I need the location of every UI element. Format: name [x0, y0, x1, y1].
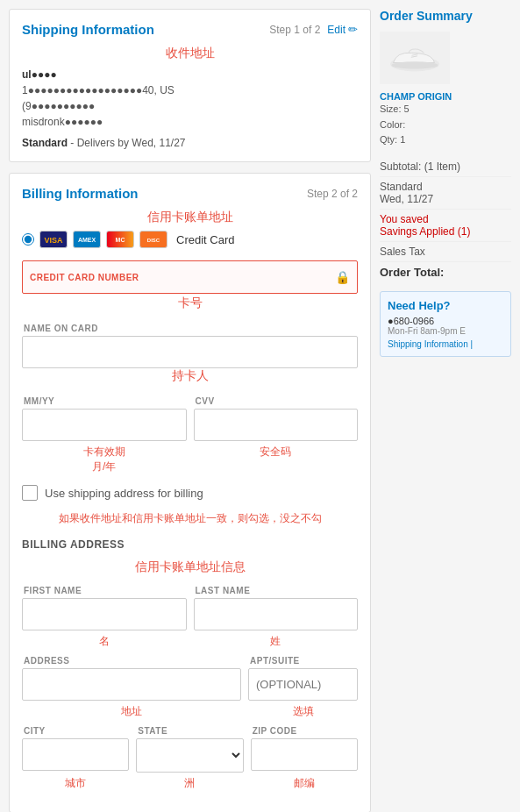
visa-icon: VISA: [39, 231, 68, 248]
address-label: ADDRESS: [22, 656, 241, 666]
apt-label: APT/SUITE: [248, 656, 358, 666]
address-input[interactable]: [22, 668, 241, 701]
savings-applied: Savings Applied (1): [380, 225, 470, 238]
help-phone: ●680-0966: [388, 316, 503, 326]
subtotal-line: Subtotal: (1 Item): [380, 157, 511, 177]
cvv-label: CVV: [194, 396, 359, 406]
last-name-input[interactable]: [194, 598, 359, 630]
payment-methods-row: VISA AMEX MC DISC Credit Card: [22, 231, 358, 248]
first-name-label: FIRST NAME: [22, 586, 187, 595]
tax-line: Sales Tax: [380, 242, 511, 262]
shipping-address: ul●●●● 1●●●●●●●●●●●●●●●●●●40, US (9●●●●●…: [22, 67, 358, 130]
state-select[interactable]: [136, 738, 243, 773]
help-hours: Mon-Fri 8am-9pm E: [388, 326, 503, 336]
zip-label: ZIP CODE: [251, 726, 358, 736]
help-links[interactable]: Shipping Information |: [388, 339, 503, 349]
discover-icon: DISC: [139, 231, 167, 248]
product-name: CHAMP ORIGIN: [380, 91, 511, 102]
expiry-label: MM/YY: [22, 396, 187, 406]
shipping-method: Standard - Delivers by Wed, 11/27: [22, 137, 358, 149]
last-name-annotation: 姓: [270, 635, 281, 647]
apt-input[interactable]: [248, 668, 358, 701]
subtotal-label: Subtotal: (1 Item): [380, 160, 460, 173]
billing-title: Billing Information: [22, 186, 139, 201]
shipping-section: Shipping Information Step 1 of 2 Edit ✏ …: [9, 9, 371, 162]
last-name-label: LAST NAME: [194, 586, 359, 595]
amex-icon: AMEX: [73, 231, 101, 248]
last-name-field: LAST NAME: [194, 586, 359, 630]
billing-addr-annotation: 信用卡账单地址信息: [135, 559, 246, 575]
first-name-input[interactable]: [22, 598, 187, 630]
edit-shipping-link[interactable]: Edit ✏: [327, 23, 358, 36]
shipping-info-link: Shipping Information |: [388, 339, 473, 349]
product-size: Size: 5: [380, 102, 511, 118]
shipping-title: Shipping Information: [22, 22, 154, 37]
mastercard-icon: MC: [106, 231, 134, 248]
billing-addr-title: BILLING ADDRESS: [22, 538, 358, 551]
shipping-line3: misdronk●●●●●●: [22, 114, 358, 130]
date-label: Wed, 11/27: [380, 193, 433, 205]
address-field: ADDRESS: [22, 656, 241, 701]
standard-line: Standard Wed, 11/27: [380, 177, 511, 210]
expiry-input[interactable]: [22, 409, 187, 441]
total-label: Order Total:: [380, 266, 444, 279]
state-field: STATE: [136, 726, 243, 773]
zip-annotation: 邮编: [294, 777, 315, 789]
expiry-field: MM/YY: [22, 396, 187, 441]
cvv-input[interactable]: [194, 409, 359, 441]
billing-section: Billing Information Step 2 of 2 信用卡账单地址 …: [9, 173, 371, 812]
city-input[interactable]: [22, 738, 129, 771]
need-help-title: Need Help?: [388, 299, 503, 312]
shipping-line2: (9●●●●●●●●●●: [22, 98, 358, 114]
city-label: CITY: [22, 726, 129, 736]
need-help-box: Need Help? ●680-0966 Mon-Fri 8am-9pm E S…: [380, 291, 511, 357]
billing-annotation: 信用卡账单地址: [147, 210, 233, 225]
same-address-row: Use shipping address for billing: [22, 485, 358, 501]
lock-icon: 🔒: [335, 270, 350, 284]
first-name-annotation: 名: [99, 635, 110, 647]
name-on-card-label: NAME ON CARD: [22, 324, 358, 333]
shipping-line1: 1●●●●●●●●●●●●●●●●●●40, US: [22, 82, 358, 98]
zip-field: ZIP CODE: [251, 726, 358, 773]
checkbox-annotation: 如果收件地址和信用卡账单地址一致，则勾选，没之不勾: [59, 511, 322, 526]
total-line: Order Total:: [380, 262, 511, 282]
cc-number-wrap: CREDIT CARD NUMBER 🔒: [22, 260, 358, 294]
city-annotation: 城市: [65, 777, 86, 789]
name-on-card-group: NAME ON CARD 持卡人: [22, 324, 358, 388]
name-on-card-input[interactable]: [22, 336, 358, 368]
state-label: STATE: [136, 726, 243, 736]
credit-card-radio[interactable]: [22, 233, 34, 246]
apt-field: APT/SUITE: [248, 656, 358, 701]
edit-label: Edit: [327, 24, 345, 36]
edit-icon: ✏: [348, 23, 358, 36]
shipping-step: Step 1 of 2: [269, 24, 320, 36]
savings-label: You saved: [380, 213, 470, 225]
order-summary-title: Order Summary: [380, 9, 511, 23]
first-name-field: FIRST NAME: [22, 586, 187, 630]
state-annotation: 洲: [184, 777, 195, 789]
shipping-name: ul●●●●: [22, 67, 358, 82]
expiry-annotation2: 卡有效期: [83, 445, 125, 458]
standard-label: Standard: [380, 181, 433, 193]
cc-number-group: CREDIT CARD NUMBER 🔒 卡号: [22, 260, 358, 315]
city-field: CITY: [22, 726, 129, 773]
delivery-type: Standard: [22, 137, 68, 149]
same-address-checkbox[interactable]: [22, 485, 38, 501]
apt-annotation: 选填: [293, 705, 314, 717]
same-address-label: Use shipping address for billing: [45, 487, 203, 500]
cvv-field: CVV: [194, 396, 359, 441]
expiry-annotation: 月/年: [92, 460, 116, 473]
savings-line: You saved Savings Applied (1): [380, 210, 511, 242]
payment-label: Credit Card: [176, 233, 234, 246]
address-annotation: 地址: [121, 705, 142, 717]
order-summary-sidebar: Order Summary CHAMP ORIGIN Size: 5 Color…: [380, 9, 511, 812]
product-qty: Qty: 1: [380, 132, 511, 148]
name-on-card-annotation: 持卡人: [172, 368, 209, 384]
product-thumbnail: [380, 32, 450, 84]
delivery-date: - Delivers by Wed, 11/27: [70, 137, 185, 149]
product-color: Color:: [380, 118, 511, 133]
cc-number-annotation: 卡号: [178, 296, 203, 311]
zip-input[interactable]: [251, 738, 358, 771]
tax-label: Sales Tax: [380, 246, 425, 258]
cvv-annotation: 安全码: [260, 445, 291, 458]
